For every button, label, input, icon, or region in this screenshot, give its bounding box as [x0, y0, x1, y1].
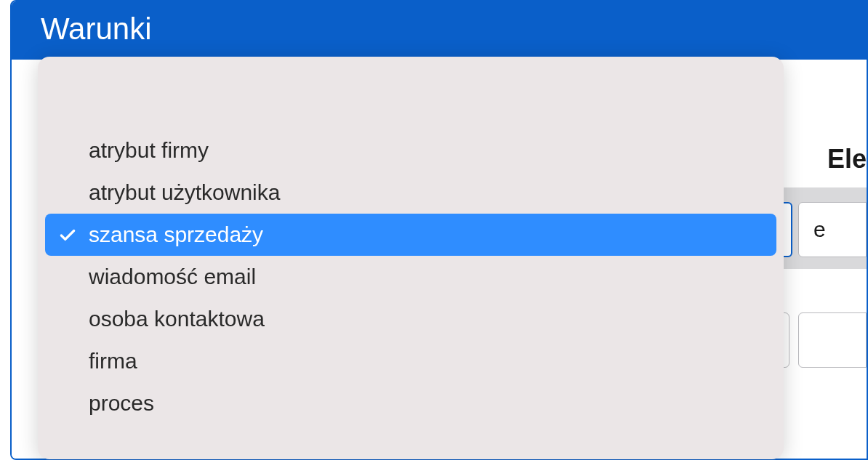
dropdown-item-label: osoba kontaktowa [89, 307, 265, 331]
right-section-label: Ele [827, 144, 867, 174]
dropdown-item-osoba-kontaktowa[interactable]: osoba kontaktowa [45, 298, 776, 340]
dropdown-item-label: atrybut firmy [89, 138, 209, 163]
dropdown-item-atrybut-uzytkownika[interactable]: atrybut użytkownika [45, 172, 776, 214]
dropdown-item-firma[interactable]: firma [45, 340, 776, 382]
dropdown-item-atrybut-firmy[interactable]: atrybut firmy [45, 129, 776, 172]
dropdown-item-proces[interactable]: proces [45, 382, 776, 424]
panel-title: Warunki [41, 12, 151, 46]
dropdown-item-label: szansa sprzedaży [89, 222, 263, 247]
dropdown-item-label: firma [89, 349, 137, 374]
dropdown-item-label: proces [89, 391, 154, 416]
dropdown-item-wiadomosc-email[interactable]: wiadomość email [45, 256, 776, 298]
dropdown-item-szansa-sprzedazy[interactable]: szansa sprzedaży [45, 214, 776, 256]
panel-header: Warunki [12, 1, 867, 60]
attribute-dropdown[interactable]: atrybut firmy atrybut użytkownika szansa… [38, 57, 784, 459]
dropdown-item-label: atrybut użytkownika [89, 180, 280, 205]
check-icon [58, 225, 77, 244]
background-select-text: e [813, 217, 826, 242]
background-select-adjacent[interactable]: e [798, 202, 867, 257]
background-box-small-2[interactable] [798, 312, 867, 368]
dropdown-item-label: wiadomość email [89, 265, 256, 289]
